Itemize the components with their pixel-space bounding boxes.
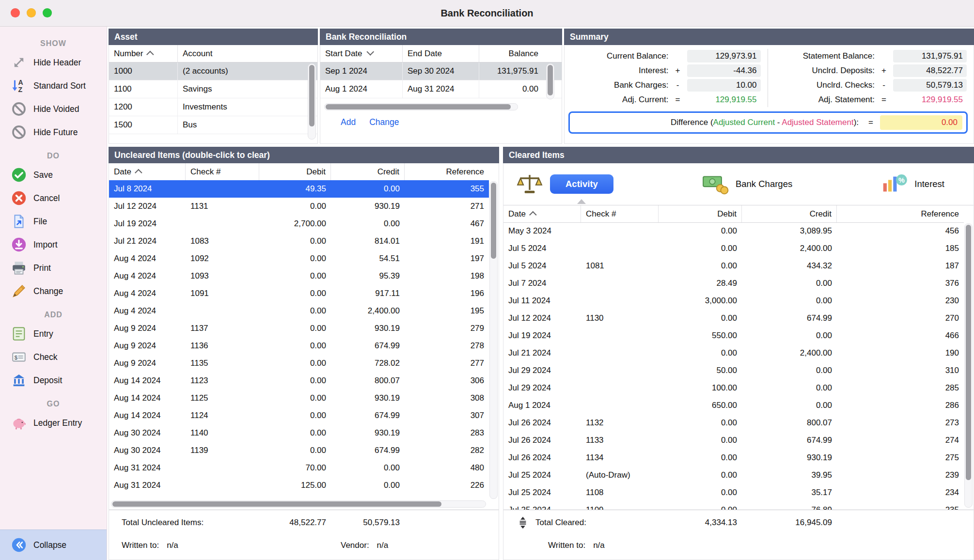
cleared-cell-debit: 0.00 [659, 418, 742, 428]
sidebar-item-import[interactable]: Import [0, 233, 107, 256]
dropdown-icon [366, 48, 374, 56]
uncleared-row[interactable]: Aug 4 202410920.0054.51197 [109, 250, 489, 267]
scrollbar-thumb[interactable] [491, 183, 496, 259]
uncleared-cell-credit: 917.11 [331, 289, 405, 298]
sidebar-item-change[interactable]: Change [0, 280, 107, 303]
sidebar-item-cancel[interactable]: Cancel [0, 187, 107, 210]
uncleared-cell-reference: 271 [405, 202, 489, 211]
uncleared-row[interactable]: Aug 30 202411400.00930.19283 [109, 424, 489, 442]
uncleared-row[interactable]: Aug 9 202411360.00674.99278 [109, 337, 489, 355]
scrollbar-thumb[interactable] [548, 65, 553, 95]
uncleared-row[interactable]: Jul 21 202410830.00814.01191 [109, 233, 489, 250]
sidebar-item-hide-voided[interactable]: Hide Voided [0, 97, 107, 121]
cleared-vertical-scrollbar[interactable] [964, 223, 973, 508]
recon-horizontal-scrollbar[interactable] [324, 103, 518, 110]
uncleared-cell-debit: 0.00 [259, 271, 331, 281]
cleared-row[interactable]: May 3 20240.003,089.95456 [503, 222, 964, 240]
cleared-column-debit[interactable]: Debit [659, 205, 742, 222]
recon-column-start-date[interactable]: Start Date [320, 45, 403, 62]
cleared-row[interactable]: Jul 25 202411080.0035.17234 [503, 484, 964, 501]
scrollbar-thumb[interactable] [309, 65, 314, 126]
cleared-row[interactable]: Jul 5 20240.002,400.00185 [503, 240, 964, 257]
cleared-row[interactable]: Jul 29 2024100.000.00285 [503, 379, 964, 397]
uncleared-row[interactable]: Jul 12 202411310.00930.19271 [109, 198, 489, 215]
asset-vertical-scrollbar[interactable] [308, 63, 316, 140]
cleared-column-credit[interactable]: Credit [742, 205, 837, 222]
tab-interest[interactable]: %Interest [880, 172, 944, 196]
asset-column-number[interactable]: Number [109, 45, 178, 62]
uncleared-row[interactable]: Aug 14 202411240.00674.99307 [109, 407, 489, 424]
cleared-row[interactable]: Jul 5 202410810.00434.32187 [503, 257, 964, 275]
recon-vertical-scrollbar[interactable] [546, 63, 554, 99]
uncleared-row[interactable]: Aug 9 202411350.00728.02277 [109, 355, 489, 372]
zoom-window-button[interactable] [43, 8, 52, 17]
uncleared-row[interactable]: Aug 31 2024125.000.00226 [109, 477, 489, 494]
uncleared-column-date[interactable]: Date [109, 163, 186, 180]
cleared-row[interactable]: Aug 1 2024650.000.00286 [503, 397, 964, 414]
uncleared-row[interactable]: Aug 9 202411370.00930.19279 [109, 320, 489, 337]
tab-activity[interactable]: Activity [516, 172, 613, 196]
recon-column-balance[interactable]: Balance [479, 45, 543, 62]
cleared-cell-debit: 100.00 [659, 383, 742, 393]
recon-row[interactable]: Aug 1 2024Aug 31 20240.00 [320, 80, 562, 98]
uncleared-row[interactable]: Aug 14 202411230.00800.07306 [109, 372, 489, 389]
change-button[interactable]: Change [369, 117, 399, 127]
uncleared-row[interactable]: Aug 4 202410910.00917.11196 [109, 285, 489, 302]
uncleared-cell-debit: 0.00 [259, 202, 331, 211]
uncleared-vertical-scrollbar[interactable] [489, 181, 498, 499]
cleared-row[interactable]: Jul 25 202411090.0076.89235 [503, 501, 964, 510]
cleared-column-reference[interactable]: Reference [837, 205, 964, 222]
uncleared-row[interactable]: Aug 31 202470.000.00480 [109, 459, 489, 477]
uncleared-cell-debit: 70.00 [259, 463, 331, 473]
uncleared-row[interactable]: Jul 19 20242,700.000.00467 [109, 215, 489, 233]
cleared-column-date[interactable]: Date [503, 205, 581, 222]
asset-row[interactable]: 1100Savings [109, 80, 317, 98]
asset-row[interactable]: 1500Bus [109, 116, 317, 134]
uncleared-row[interactable]: Aug 30 202411390.00674.99282 [109, 442, 489, 459]
scrollbar-thumb[interactable] [966, 225, 971, 480]
uncleared-row[interactable]: Aug 4 202410930.0095.39198 [109, 267, 489, 285]
close-window-button[interactable] [11, 8, 20, 17]
asset-column-account[interactable]: Account [178, 45, 317, 62]
cleared-row[interactable]: Jul 21 20240.002,400.00190 [503, 344, 964, 362]
sidebar-item-deposit[interactable]: Deposit [0, 369, 107, 392]
sidebar-item-print[interactable]: Print [0, 256, 107, 280]
uncleared-row[interactable]: Aug 4 20240.002,400.00195 [109, 302, 489, 320]
uncleared-horizontal-scrollbar[interactable] [111, 500, 486, 508]
uncleared-column-check[interactable]: Check # [186, 163, 259, 180]
cleared-row[interactable]: Jul 12 202411300.00674.99270 [503, 310, 964, 327]
cleared-column-check[interactable]: Check # [581, 205, 659, 222]
scrollbar-thumb[interactable] [112, 501, 441, 507]
uncleared-column-debit[interactable]: Debit [259, 163, 331, 180]
sidebar-item-hide-future[interactable]: Hide Future [0, 121, 107, 144]
cleared-row[interactable]: Jul 29 202450.000.00310 [503, 362, 964, 379]
uncleared-column-credit[interactable]: Credit [331, 163, 405, 180]
sidebar-item-file[interactable]: File [0, 210, 107, 233]
tab-bank-charges[interactable]: Bank Charges [702, 172, 792, 196]
sidebar-item-hide-header[interactable]: Hide Header [0, 51, 107, 74]
uncleared-row[interactable]: Jul 8 202449.350.00355 [109, 180, 489, 198]
uncleared-row[interactable]: Aug 14 202411250.00930.19308 [109, 389, 489, 407]
cleared-row[interactable]: Jul 26 202411330.00674.99274 [503, 432, 964, 449]
sidebar-item-standard-sort[interactable]: AZStandard Sort [0, 74, 107, 97]
cleared-row[interactable]: Jul 7 202428.490.00376 [503, 275, 964, 292]
cleared-row[interactable]: Jul 26 202411320.00800.07273 [503, 414, 964, 432]
uncleared-cell-date: Aug 31 2024 [109, 481, 186, 490]
asset-row[interactable]: 1000(2 accounts) [109, 62, 317, 80]
uncleared-column-reference[interactable]: Reference [405, 163, 489, 180]
cleared-row[interactable]: Jul 26 202411340.00930.19275 [503, 449, 964, 467]
sidebar-item-ledger-entry[interactable]: Ledger Entry [0, 411, 107, 435]
recon-column-end-date[interactable]: End Date [403, 45, 479, 62]
sidebar-item-entry[interactable]: Entry [0, 322, 107, 345]
add-button[interactable]: Add [341, 117, 356, 127]
minimize-window-button[interactable] [27, 8, 36, 17]
collapse-button[interactable]: Collapse [0, 529, 107, 560]
asset-row[interactable]: 1200Investments [109, 98, 317, 116]
scrollbar-thumb[interactable] [326, 104, 511, 109]
recon-row[interactable]: Sep 1 2024Sep 30 2024131,975.91 [320, 62, 562, 80]
cleared-row[interactable]: Jul 19 2024550.000.00466 [503, 327, 964, 344]
cleared-row[interactable]: Jul 11 20243,000.000.00230 [503, 292, 964, 310]
sidebar-item-save[interactable]: Save [0, 163, 107, 187]
sidebar-item-check[interactable]: $Check [0, 345, 107, 369]
cleared-row[interactable]: Jul 25 2024(Auto-Draw)0.0039.95239 [503, 467, 964, 484]
